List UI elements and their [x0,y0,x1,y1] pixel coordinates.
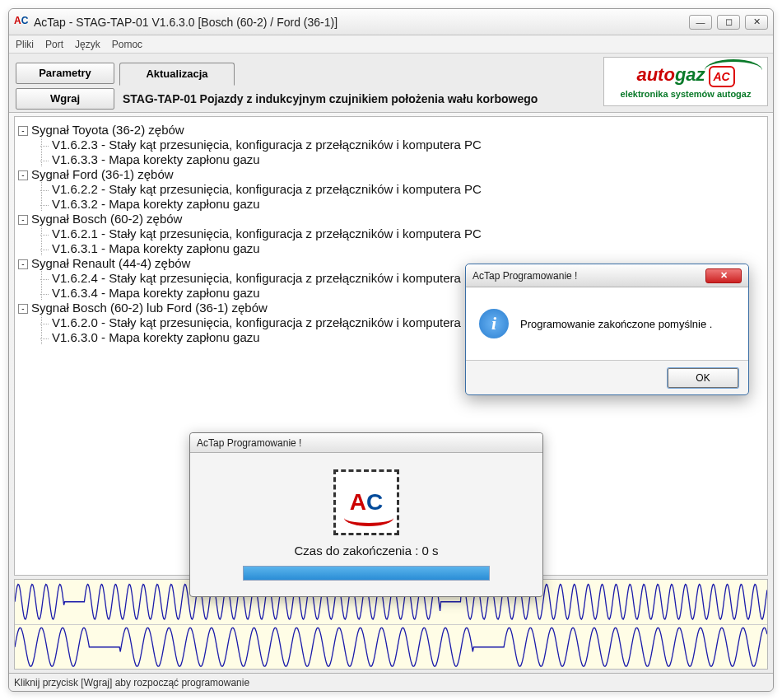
tree-group-label: Sygnał Renault (44-4) zębów [31,256,190,270]
menu-pliki[interactable]: Pliki [16,39,34,50]
collapse-icon[interactable]: - [18,304,28,314]
menu-pomoc[interactable]: Pomoc [112,39,142,50]
maximize-button[interactable]: ◻ [717,15,740,30]
tree-item[interactable]: V1.6.2.2 - Stały kąt przesunięcia, konfi… [52,182,764,196]
collapse-icon[interactable]: - [18,126,28,136]
tree-group-label: Sygnał Bosch (60-2) lub Ford (36-1) zębó… [31,301,268,315]
alert-dialog-title: AcTap Programowanie ! [472,270,577,282]
app-icon: AC [14,15,29,30]
tree-group[interactable]: -Sygnał Ford (36-1) zębów [18,167,764,181]
logo-subtitle: elektronika systemów autogaz [621,89,752,99]
tree-group[interactable]: -Sygnał Toyota (36-2) zębów [18,123,764,137]
logo-auto: auto [636,64,674,86]
waveform-channel-2 [15,624,767,670]
brand-logo: autogaz AC elektronika systemów autogaz [603,57,768,106]
alert-dialog-titlebar[interactable]: AcTap Programowanie ! ✕ [466,264,748,287]
alert-message: Programowanie zakończone pomyślnie . [520,318,712,330]
wgraj-button[interactable]: Wgraj [16,88,114,110]
tree-item[interactable]: V1.6.3.2 - Mapa korekty zapłonu gazu [52,197,764,211]
alert-close-button[interactable]: ✕ [705,268,742,283]
tree-item[interactable]: V1.6.3.3 - Mapa korekty zapłonu gazu [52,152,764,166]
tree-group-label: Sygnał Toyota (36-2) zębów [31,123,184,137]
parametry-button[interactable]: Parametry [16,63,114,84]
collapse-icon[interactable]: - [18,170,28,180]
progress-bar [243,566,490,581]
tree-item[interactable]: V1.6.2.3 - Stały kąt przesunięcia, konfi… [52,138,764,152]
minimize-button[interactable]: — [689,15,712,30]
menu-jezyk[interactable]: Język [75,39,100,50]
statusbar: Kliknij przycisk [Wgraj] aby rozpocząć p… [9,673,773,691]
tree-item[interactable]: V1.6.2.1 - Stały kąt przesunięcia, konfi… [52,226,764,240]
collapse-icon[interactable]: - [18,259,28,269]
progress-dialog: AcTap Programowanie ! AC Czas do zakończ… [189,432,543,597]
ac-stamp-icon: AC [333,469,399,535]
menubar: Pliki Port Język Pomoc [9,35,773,54]
progress-dialog-title[interactable]: AcTap Programowanie ! [190,433,542,453]
alert-dialog: AcTap Programowanie ! ✕ i Programowanie … [465,264,749,395]
logo-gaz: gaz [675,64,705,86]
close-button[interactable]: ✕ [745,15,768,30]
toolbar: Parametry Aktualizacja Wgraj STAG-TAP-01… [9,54,773,113]
menu-port[interactable]: Port [45,39,63,50]
window-title: AcTap - STAG-TAP-01 V1.6.3.0 [Bosch (60-… [34,16,689,29]
info-icon: i [479,309,509,338]
device-description: STAG-TAP-01 Pojazdy z indukcyjnym czujni… [123,92,538,105]
tree-group-label: Sygnał Ford (36-1) zębów [31,167,174,181]
car-outline-icon [705,59,762,72]
alert-ok-button[interactable]: OK [668,368,738,388]
progress-label: Czas do zakończenia : 0 s [294,544,438,558]
tree-group[interactable]: -Sygnał Bosch (60-2) zębów [18,212,764,226]
tree-item[interactable]: V1.6.3.1 - Mapa korekty zapłonu gazu [52,241,764,255]
status-text: Kliknij przycisk [Wgraj] aby rozpocząć p… [14,677,249,688]
titlebar[interactable]: AC AcTap - STAG-TAP-01 V1.6.3.0 [Bosch (… [9,9,773,35]
progress-fill [244,567,489,580]
collapse-icon[interactable]: - [18,215,28,225]
aktualizacja-tab[interactable]: Aktualizacja [119,63,235,86]
tree-group-label: Sygnał Bosch (60-2) zębów [31,212,182,226]
